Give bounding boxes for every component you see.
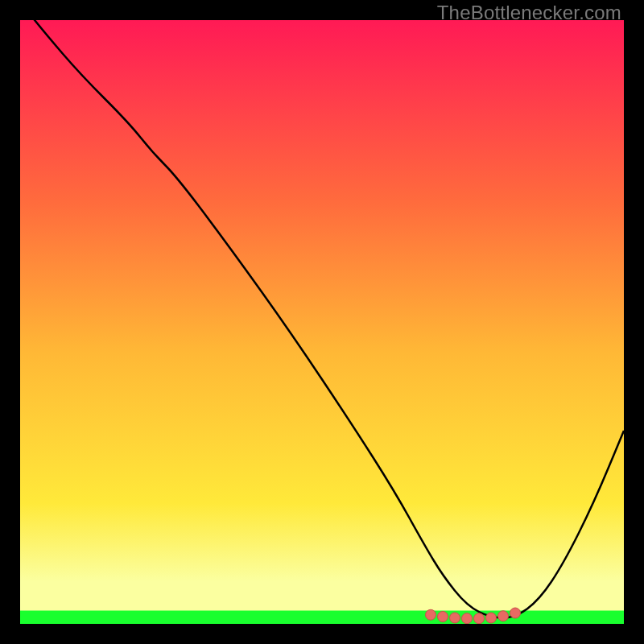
gradient-background [20,20,624,624]
optimal-marker [438,612,448,622]
green-optimal-band [20,611,624,625]
chart-frame [20,20,624,624]
optimal-marker [450,613,460,623]
bottleneck-chart [20,20,624,624]
optimal-marker [426,609,436,620]
optimal-marker [486,613,497,623]
optimal-marker [510,608,521,618]
optimal-marker [498,611,509,621]
optimal-marker [474,613,485,624]
optimal-marker [462,613,473,624]
